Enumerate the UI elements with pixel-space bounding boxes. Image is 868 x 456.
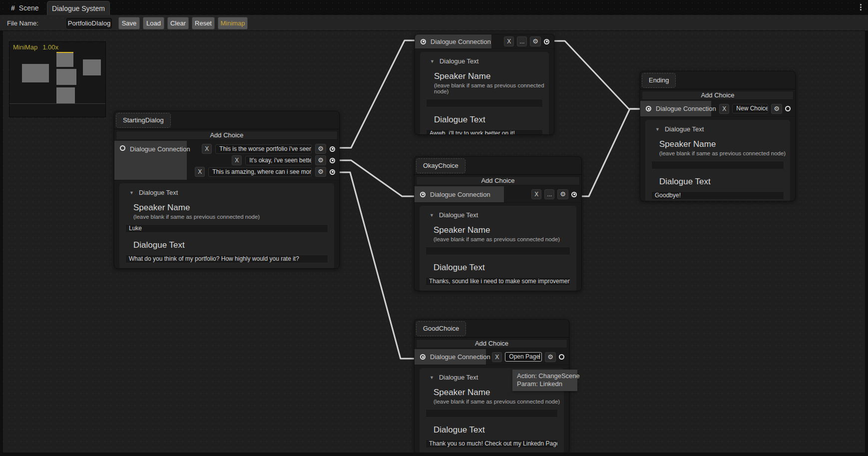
node-title-bar: Ending bbox=[640, 71, 795, 89]
delete-choice-button[interactable]: X bbox=[531, 189, 541, 199]
minimap-node-rect[interactable] bbox=[22, 64, 49, 82]
input-port[interactable] bbox=[120, 145, 125, 151]
node-okay-choice[interactable]: OkayChoice Add Choice Dialogue Connectio… bbox=[414, 156, 582, 291]
minimap-node-rect[interactable] bbox=[83, 59, 101, 75]
foldout-arrow-icon: ▼ bbox=[430, 213, 434, 218]
foldout-label: Dialogue Text bbox=[439, 57, 479, 65]
choice-text-field[interactable]: Open Page bbox=[505, 352, 542, 362]
choice-settings-button[interactable]: ⚙ bbox=[545, 352, 556, 362]
choice-settings-button[interactable]: ⚙ bbox=[315, 167, 326, 177]
minimap-node-rect[interactable] bbox=[56, 52, 73, 67]
input-port[interactable] bbox=[646, 106, 651, 111]
input-port-cell: Dialogue Connection bbox=[415, 349, 486, 365]
choice-settings-button[interactable]: ⚙ bbox=[315, 155, 326, 165]
output-port[interactable] bbox=[330, 158, 335, 163]
choice-settings-button[interactable]: ⚙ bbox=[530, 36, 541, 46]
port-label: Dialogue Connection bbox=[130, 145, 190, 153]
output-port[interactable] bbox=[785, 106, 791, 111]
dialogue-text-heading: Dialogue Text bbox=[133, 240, 331, 250]
node-title-field[interactable]: StartingDialog bbox=[116, 113, 171, 128]
file-name-input[interactable]: PortfolioDIalog bbox=[66, 18, 112, 28]
choice-text-field[interactable]: This is the worse portfolio i've seen bbox=[215, 144, 312, 154]
dialogue-text-input[interactable]: Awwh, i'll try to work better on it! bbox=[426, 129, 543, 135]
foldout[interactable]: ▼ Dialogue Text bbox=[649, 125, 787, 133]
window-tab-bar: # Scene Dialogue System bbox=[0, 0, 868, 15]
minimap-node-rect[interactable] bbox=[56, 87, 75, 104]
dialogue-text-input[interactable]: Thanks, sound like i need to make some i… bbox=[426, 277, 570, 286]
delete-choice-button[interactable]: X bbox=[195, 167, 205, 177]
node-title-field[interactable]: OkayChoice bbox=[416, 158, 465, 173]
output-port[interactable] bbox=[330, 146, 335, 152]
choice-settings-button[interactable]: ⚙ bbox=[771, 104, 782, 114]
tab-dialogue-system[interactable]: Dialogue System bbox=[47, 1, 110, 15]
clear-button[interactable]: Clear bbox=[167, 17, 189, 29]
dialogue-text-panel: ▼ Dialogue Text Speaker Name (leave blan… bbox=[645, 120, 790, 201]
more-button[interactable]: ... bbox=[517, 36, 527, 46]
choice-text-field[interactable]: This is amazing, where can i see more! bbox=[208, 167, 312, 177]
node-title-bar: StartingDialog bbox=[114, 111, 339, 129]
add-choice-button[interactable]: Add Choice bbox=[416, 176, 580, 185]
dialogue-text-heading: Dialogue Text bbox=[434, 425, 560, 435]
output-port[interactable] bbox=[330, 169, 335, 175]
more-button[interactable]: ... bbox=[544, 189, 554, 199]
output-port[interactable] bbox=[559, 354, 564, 360]
delete-choice-button[interactable]: X bbox=[492, 352, 502, 362]
speaker-name-hint: (leave blank if same as previous connect… bbox=[659, 150, 787, 156]
connection-section: Dialogue Connection X This is the worse … bbox=[114, 141, 339, 180]
save-button[interactable]: Save bbox=[118, 17, 140, 29]
reset-button[interactable]: Reset bbox=[192, 17, 215, 29]
delete-choice-button[interactable]: X bbox=[504, 36, 514, 46]
speaker-name-hint: (leave blank if same as previous connect… bbox=[434, 399, 560, 405]
minimap-zoom-level: 1.00x bbox=[42, 43, 58, 51]
add-choice-button[interactable]: Add Choice bbox=[116, 131, 338, 140]
choice-text-field[interactable]: It's okay, i've seen better bbox=[245, 156, 312, 165]
minimap-node-rect[interactable] bbox=[56, 69, 76, 85]
dialogue-text-input[interactable]: Thank you so much! Check out my Linkedn … bbox=[426, 440, 558, 448]
node-starting-dialog[interactable]: StartingDialog Add Choice Dialogue Conne… bbox=[114, 111, 340, 269]
tooltip-action-line: Action: ChangeScene bbox=[517, 372, 573, 380]
output-port[interactable] bbox=[571, 192, 577, 197]
action-tooltip: Action: ChangeScene Param: Linkedn bbox=[512, 370, 577, 391]
foldout-label: Dialogue Text bbox=[139, 189, 178, 196]
speaker-name-input[interactable]: Luke bbox=[125, 224, 328, 233]
grid-icon: # bbox=[11, 4, 15, 12]
delete-choice-button[interactable]: X bbox=[719, 104, 729, 114]
load-button[interactable]: Load bbox=[143, 17, 164, 29]
node-ending[interactable]: Ending Add Choice Dialogue Connection X … bbox=[640, 71, 796, 201]
foldout[interactable]: ▼ Dialogue Text bbox=[123, 189, 331, 196]
dialogue-text-panel: ▼ Dialogue Text Speaker Name (leave blan… bbox=[420, 52, 549, 135]
input-port[interactable] bbox=[420, 354, 426, 360]
add-choice-button[interactable]: Add Choice bbox=[416, 339, 567, 348]
kebab-menu-icon[interactable] bbox=[858, 4, 863, 12]
node-title-field[interactable]: Ending bbox=[642, 73, 676, 88]
dialogue-text-input[interactable]: What do you think of my portfolio? How h… bbox=[125, 255, 328, 263]
dialogue-text-input[interactable]: Goodbye! bbox=[651, 191, 784, 200]
minimap[interactable]: MiniMap 1.00x bbox=[9, 41, 106, 117]
gear-icon: ⚙ bbox=[547, 353, 553, 362]
foldout[interactable]: ▼ Dialogue Text bbox=[423, 211, 573, 219]
output-port[interactable] bbox=[544, 39, 549, 44]
speaker-name-input[interactable] bbox=[426, 247, 570, 255]
speaker-name-input[interactable] bbox=[426, 99, 543, 107]
dialogue-text-heading: Dialogue Text bbox=[434, 115, 545, 125]
minimap-toggle-button[interactable]: Minimap bbox=[218, 17, 248, 29]
delete-choice-button[interactable]: X bbox=[202, 144, 212, 154]
foldout[interactable]: ▼ Dialogue Text bbox=[424, 57, 545, 65]
speaker-name-input[interactable] bbox=[426, 409, 558, 418]
node-title-field[interactable]: GoodChoice bbox=[416, 321, 466, 336]
input-port[interactable] bbox=[420, 192, 426, 197]
input-port-cell: Dialogue Connection bbox=[114, 141, 187, 180]
choice-text-field[interactable]: New Choice bbox=[732, 104, 768, 113]
tab-scene[interactable]: # Scene bbox=[7, 2, 43, 14]
window-frame-right bbox=[865, 31, 868, 453]
add-choice-button[interactable]: Add Choice bbox=[642, 91, 794, 100]
choice-settings-button[interactable]: ⚙ bbox=[315, 144, 326, 154]
gear-icon: ⚙ bbox=[318, 156, 324, 165]
speaker-name-input[interactable] bbox=[651, 161, 784, 169]
input-port[interactable] bbox=[421, 39, 426, 44]
port-label: Dialogue Connection bbox=[431, 38, 491, 45]
choice-settings-button[interactable]: ⚙ bbox=[557, 189, 568, 199]
speaker-name-heading: Speaker Name bbox=[659, 139, 787, 149]
delete-choice-button[interactable]: X bbox=[232, 155, 242, 165]
node-bad-response[interactable]: Dialogue Connection X ... ⚙ ▼ Dialogue T… bbox=[415, 34, 554, 135]
